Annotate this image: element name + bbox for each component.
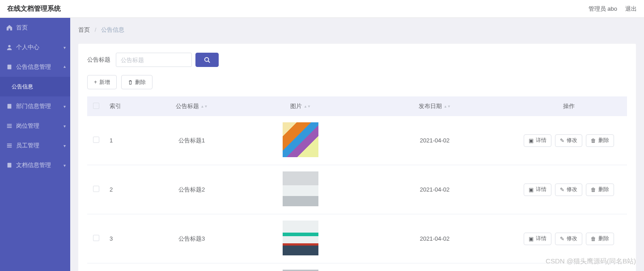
sidebar-item-label: 员工管理 (16, 142, 39, 150)
trash-icon: 🗑 (591, 138, 596, 144)
table-row: 1公告标题12021-04-02▣ 详情✎ 修改🗑 删除 (87, 116, 627, 165)
row-checkbox[interactable] (93, 137, 99, 143)
thumbnail[interactable] (283, 221, 318, 255)
col-date[interactable]: 发布日期▲▼ (359, 96, 511, 116)
row-checkbox[interactable] (93, 235, 99, 241)
edit-icon: ✎ (560, 187, 564, 193)
col-title[interactable]: 公告标题▲▼ (141, 96, 242, 116)
sidebar-item-position[interactable]: 岗位管理 ▾ (0, 116, 70, 136)
chevron-up-icon: ▾ (64, 65, 66, 70)
row-delete-button[interactable]: 🗑 删除 (586, 233, 614, 245)
thumbnail[interactable] (283, 171, 318, 206)
cell-index: 4 (105, 263, 141, 271)
list-icon (6, 123, 13, 129)
search-input[interactable] (116, 53, 192, 67)
table-header-row: 索引 公告标题▲▼ 图片▲▼ 发布日期▲▼ 操作 (87, 96, 627, 116)
chevron-down-icon: ▾ (64, 163, 66, 168)
cell-date: 2021-04-02 (359, 214, 511, 263)
svg-rect-5 (7, 127, 12, 128)
row-checkbox[interactable] (93, 186, 99, 192)
sidebar-item-label: 公告信息 (12, 83, 33, 91)
cell-image (242, 116, 359, 165)
add-button-label: 新增 (99, 79, 110, 86)
document-icon (6, 103, 13, 109)
edit-button[interactable]: ✎ 修改 (555, 134, 582, 147)
breadcrumb-root[interactable]: 首页 (78, 26, 90, 33)
svg-rect-8 (7, 147, 12, 148)
row-delete-button[interactable]: 🗑 删除 (586, 183, 614, 196)
search-icon (204, 57, 210, 63)
svg-rect-6 (7, 144, 12, 145)
search-button[interactable] (195, 53, 219, 67)
list-icon (6, 142, 13, 149)
search-label: 公告标题 (87, 56, 110, 64)
logout-link[interactable]: 退出 (625, 5, 637, 13)
delete-button-label: 删除 (135, 79, 146, 86)
chevron-down-icon: ▾ (64, 45, 66, 50)
svg-rect-7 (7, 145, 12, 146)
cell-index: 3 (105, 214, 141, 263)
col-index: 索引 (105, 96, 141, 116)
detail-button[interactable]: ▣ 详情 (524, 233, 551, 245)
svg-point-0 (8, 45, 10, 47)
user-icon (6, 44, 13, 50)
sidebar-item-profile[interactable]: 个人中心 ▾ (0, 38, 70, 57)
data-table: 索引 公告标题▲▼ 图片▲▼ 发布日期▲▼ 操作 1公告标题12021-04-0… (87, 96, 627, 271)
cell-image (242, 263, 359, 271)
select-all-checkbox[interactable] (93, 103, 99, 109)
row-delete-button[interactable]: 🗑 删除 (586, 134, 614, 147)
col-ops: 操作 (511, 96, 627, 116)
sort-icon: ▲▼ (444, 105, 451, 108)
delete-button[interactable]: 删除 (121, 75, 153, 89)
sidebar-item-home[interactable]: 首页 (0, 18, 70, 38)
sidebar-item-docinfo[interactable]: 文档信息管理 ▾ (0, 155, 70, 175)
edit-button[interactable]: ✎ 修改 (555, 183, 582, 196)
sidebar-item-notice[interactable]: 公告信息管理 ▾ (0, 57, 70, 77)
sidebar-item-label: 部门信息管理 (16, 102, 51, 110)
chevron-down-icon: ▾ (64, 143, 66, 148)
add-button[interactable]: + 新增 (87, 75, 117, 89)
cell-title: 公告标题2 (141, 165, 242, 214)
sidebar-item-department[interactable]: 部门信息管理 ▾ (0, 96, 70, 116)
main-content: 首页 / 公告信息 公告标题 + 新增 (70, 18, 644, 271)
sort-icon: ▲▼ (304, 105, 311, 108)
detail-button[interactable]: ▣ 详情 (524, 183, 551, 196)
sidebar-item-staff[interactable]: 员工管理 ▾ (0, 136, 70, 155)
detail-icon: ▣ (529, 187, 534, 193)
panel: 公告标题 + 新增 删除 (78, 44, 636, 271)
sidebar-subitem-notice-info[interactable]: 公告信息 (0, 77, 70, 96)
sort-icon: ▲▼ (201, 105, 208, 108)
col-image[interactable]: 图片▲▼ (242, 96, 359, 116)
table-row: 4▣ 详情✎ 修改🗑 删除 (87, 263, 627, 271)
svg-rect-2 (8, 104, 12, 109)
chevron-down-icon: ▾ (64, 104, 66, 109)
cell-title (141, 263, 242, 271)
trash-icon (128, 80, 133, 85)
breadcrumb-separator: / (95, 26, 97, 33)
cell-image (242, 165, 359, 214)
edit-button[interactable]: ✎ 修改 (555, 233, 582, 245)
cell-index: 1 (105, 116, 141, 165)
sidebar-item-label: 岗位管理 (16, 122, 39, 130)
edit-icon: ✎ (560, 236, 564, 242)
breadcrumb: 首页 / 公告信息 (78, 26, 636, 34)
user-label[interactable]: 管理员 abo (589, 5, 617, 13)
sidebar-item-label: 个人中心 (16, 43, 39, 51)
chevron-down-icon: ▾ (64, 124, 66, 129)
document-icon (6, 64, 13, 70)
svg-rect-9 (8, 163, 12, 168)
detail-button[interactable]: ▣ 详情 (524, 134, 551, 147)
app-title: 在线文档管理系统 (7, 4, 61, 13)
sidebar-item-label: 文档信息管理 (16, 161, 51, 169)
search-toolbar: 公告标题 (87, 53, 627, 67)
sidebar-item-label: 公告信息管理 (16, 63, 51, 71)
detail-icon: ▣ (529, 236, 534, 242)
cell-date (359, 263, 511, 271)
cell-date: 2021-04-02 (359, 116, 511, 165)
edit-icon: ✎ (560, 138, 564, 144)
table-row: 2公告标题22021-04-02▣ 详情✎ 修改🗑 删除 (87, 165, 627, 214)
trash-icon: 🗑 (591, 187, 596, 193)
detail-icon: ▣ (529, 138, 534, 144)
thumbnail[interactable] (283, 122, 318, 157)
cell-index: 2 (105, 165, 141, 214)
